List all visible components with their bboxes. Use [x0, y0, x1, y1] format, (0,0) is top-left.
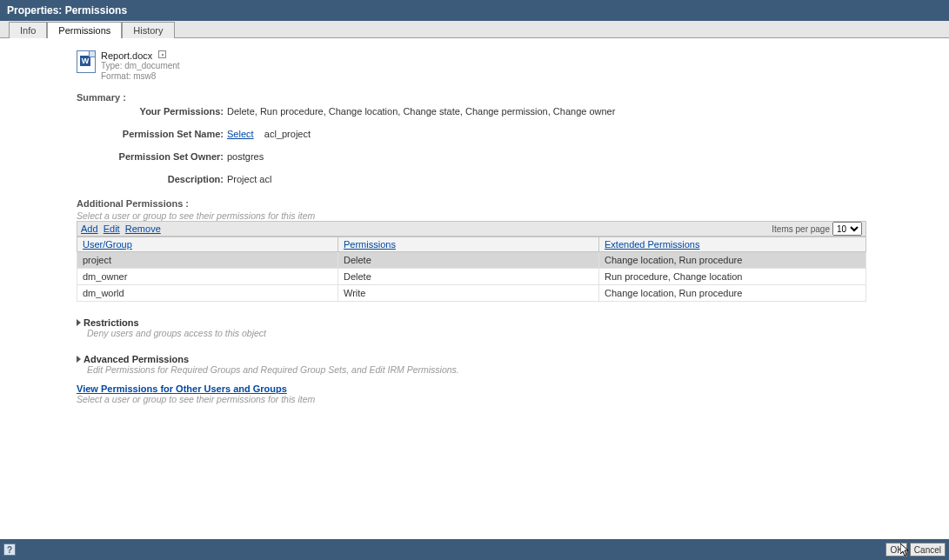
perm-set-name-label: Permission Set Name:	[77, 129, 227, 139]
help-button[interactable]: ?	[3, 543, 16, 556]
restrictions-heading: Restrictions	[84, 317, 139, 328]
file-type-value: dm_document	[124, 61, 179, 70]
summary-heading: Summary :	[77, 92, 949, 103]
col-extended[interactable]: Extended Permissions	[605, 239, 699, 250]
file-header: Report.docx Type: dm_document Format: ms…	[77, 50, 949, 82]
cell-perm: Delete	[338, 252, 599, 269]
file-format-label: Format:	[101, 71, 130, 81]
advanced-perm-heading: Advanced Permissions	[84, 354, 189, 364]
tab-info[interactable]: Info	[9, 22, 47, 38]
window-title: Properties: Permissions	[0, 0, 949, 21]
chevron-right-icon	[77, 319, 81, 326]
ok-button[interactable]: OK	[886, 543, 906, 557]
file-name: Report.docx	[101, 50, 152, 61]
items-per-page-select[interactable]: 10	[832, 222, 862, 236]
tab-strip: Info Permissions History	[0, 21, 949, 38]
table-row[interactable]: project Delete Change location, Run proc…	[77, 252, 866, 269]
perm-set-owner-label: Permission Set Owner:	[77, 151, 227, 162]
perm-set-owner-value: postgres	[227, 151, 264, 162]
items-per-page-label: Items per page	[772, 224, 830, 234]
edit-link[interactable]: Edit	[104, 223, 120, 234]
advanced-perm-expander[interactable]: Advanced Permissions	[77, 354, 949, 364]
cell-perm: Delete	[338, 269, 599, 285]
view-others-link[interactable]: View Permissions for Other Users and Gro…	[77, 383, 287, 394]
desc-value: Project acl	[227, 174, 271, 184]
your-permissions-label: Your Permissions:	[77, 106, 227, 117]
cell-ext: Change location, Run procedure	[599, 252, 866, 269]
chevron-right-icon	[77, 356, 81, 363]
col-user-group[interactable]: User/Group	[83, 239, 132, 250]
additional-perm-heading: Additional Permissions :	[77, 198, 949, 209]
file-format-value: msw8	[133, 71, 156, 81]
tab-permissions[interactable]: Permissions	[47, 22, 122, 38]
your-permissions-value: Delete, Run procedure, Change location, …	[227, 106, 615, 117]
permissions-table: User/Group Permissions Extended Permissi…	[77, 237, 866, 302]
cell-user: dm_owner	[77, 269, 338, 285]
restrictions-hint: Deny users and groups access to this obj…	[87, 328, 949, 338]
cancel-button[interactable]: Cancel	[910, 543, 946, 557]
cell-user: dm_world	[77, 285, 338, 302]
perm-set-name-value: acl_project	[264, 129, 311, 139]
cell-perm: Write	[338, 285, 599, 302]
restrictions-expander[interactable]: Restrictions	[77, 317, 949, 328]
view-others-hint: Select a user or group to see their perm…	[77, 394, 949, 404]
cell-ext: Run procedure, Change location	[599, 269, 866, 285]
table-row[interactable]: dm_owner Delete Run procedure, Change lo…	[77, 269, 866, 285]
lock-icon	[158, 50, 166, 58]
desc-label: Description:	[77, 174, 227, 184]
col-permissions[interactable]: Permissions	[344, 239, 396, 250]
advanced-perm-hint: Edit Permissions for Required Groups and…	[87, 364, 949, 375]
perm-toolbar: Add Edit Remove Items per page 10	[77, 221, 866, 237]
cell-ext: Change location, Run procedure	[599, 285, 866, 302]
file-type-label: Type:	[101, 61, 122, 70]
cell-user: project	[77, 252, 338, 269]
table-row[interactable]: dm_world Write Change location, Run proc…	[77, 285, 866, 302]
remove-link[interactable]: Remove	[125, 223, 161, 234]
additional-perm-hint: Select a user or group to see their perm…	[77, 210, 949, 221]
tab-history[interactable]: History	[122, 22, 174, 38]
bottom-bar: ? OK Cancel	[0, 539, 949, 560]
content-area: Report.docx Type: dm_document Format: ms…	[0, 38, 949, 404]
select-perm-set-link[interactable]: Select	[227, 129, 254, 139]
add-link[interactable]: Add	[81, 223, 98, 234]
word-doc-icon	[77, 50, 96, 73]
